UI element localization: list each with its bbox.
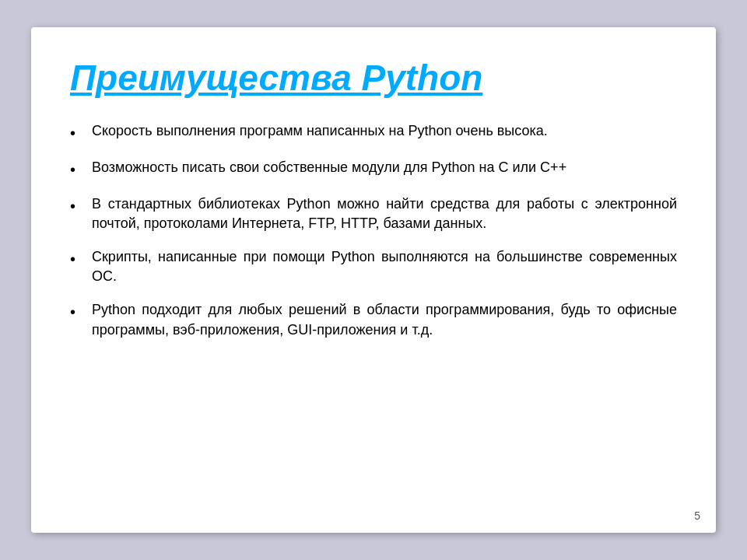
- bullet-text: Скорость выполнения программ написанных …: [92, 121, 677, 141]
- slide: Преимущества Python •Скорость выполнения…: [31, 27, 716, 533]
- bullet-icon: •: [70, 195, 86, 217]
- bullet-text: Возможность писать свои собственные моду…: [92, 158, 677, 177]
- list-item: •Python подходит для любых решений в обл…: [70, 300, 677, 339]
- list-item: •Скорость выполнения программ написанных…: [70, 121, 677, 144]
- slide-title: Преимущества Python: [70, 58, 677, 98]
- bullet-text: Скрипты, написанные при помощи Python вы…: [92, 247, 677, 286]
- bullet-text: Python подходит для любых решений в обла…: [92, 300, 677, 339]
- bullet-icon: •: [70, 159, 86, 180]
- list-item: •В стандартных библиотеках Python можно …: [70, 194, 677, 233]
- bullet-icon: •: [70, 122, 86, 144]
- bullet-icon: •: [70, 301, 86, 323]
- bullet-text: В стандартных библиотеках Python можно н…: [92, 194, 677, 233]
- slide-content: •Скорость выполнения программ написанных…: [70, 121, 677, 502]
- bullet-list: •Скорость выполнения программ написанных…: [70, 121, 677, 340]
- slide-number: 5: [694, 509, 700, 522]
- list-item: •Возможность писать свои собственные мод…: [70, 158, 677, 180]
- list-item: •Скрипты, написанные при помощи Python в…: [70, 247, 677, 286]
- bullet-icon: •: [70, 248, 86, 270]
